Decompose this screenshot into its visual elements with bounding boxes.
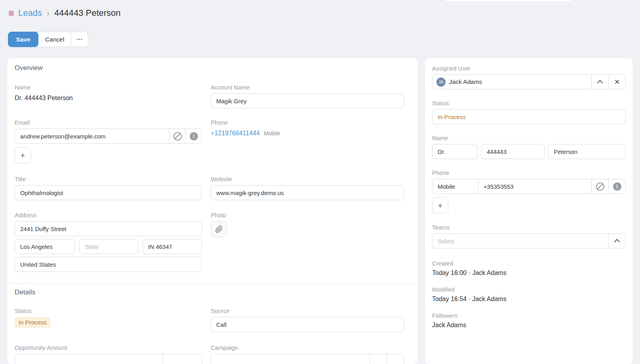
side-status-label: Status <box>432 100 626 106</box>
avatar: JA <box>436 78 446 87</box>
side-name-label: Name <box>432 135 626 141</box>
phone-opt-out-button[interactable] <box>591 179 608 193</box>
paperclip-icon <box>215 225 223 233</box>
followers-label: Followers <box>432 312 626 319</box>
assigned-user-name: Jack Adams <box>449 78 482 85</box>
exclamation-icon: ! <box>190 132 198 140</box>
cancel-button[interactable]: Cancel <box>38 32 71 47</box>
modified-value: Today 16:54 · Jack Adams <box>432 296 626 303</box>
breadcrumb: Leads › 444443 Peterson <box>0 0 640 18</box>
campaign-select-button[interactable] <box>370 354 387 364</box>
created-label: Created <box>432 260 626 267</box>
source-value: Call <box>216 321 227 328</box>
website-label: Website <box>211 176 404 182</box>
edit-toolbar: Save Cancel ••• <box>8 32 88 47</box>
first-name-input[interactable] <box>481 144 545 159</box>
add-phone-button[interactable]: + <box>432 197 448 214</box>
address-country-input[interactable] <box>15 257 202 272</box>
salutation-value: Dr. <box>438 148 445 155</box>
campaign-label: Campaign <box>211 344 404 351</box>
address-street-input[interactable] <box>15 221 202 236</box>
name-label: Name <box>15 84 202 91</box>
last-name-input[interactable] <box>548 144 626 159</box>
side-panel: Assigned User JA Jack Adams ✕ Status In … <box>425 58 633 364</box>
side-status-select[interactable]: In Process <box>432 109 626 124</box>
campaign-clear-button[interactable] <box>387 354 404 364</box>
ban-icon <box>596 182 604 191</box>
teams-label: Teams <box>432 224 626 231</box>
breadcrumb-leads-link[interactable]: Leads <box>18 8 42 18</box>
source-select[interactable]: Call <box>211 317 404 332</box>
record-edit-panel: Overview Name Dr. 444443 Peterson Accoun… <box>7 58 418 364</box>
assigned-user-label: Assigned User <box>432 65 626 72</box>
campaign-input[interactable] <box>211 354 370 364</box>
module-color-square-icon <box>9 11 14 16</box>
exclamation-icon: ! <box>613 182 621 191</box>
add-email-button[interactable]: + <box>15 147 31 163</box>
email-label: Email <box>15 119 202 126</box>
teams-select-button[interactable] <box>608 234 625 248</box>
phone-invalid-button[interactable]: ! <box>608 179 625 193</box>
email-field-group: ! <box>15 129 202 144</box>
teams-group <box>432 233 626 248</box>
phone-type-value: Mobile <box>438 183 455 190</box>
top-bar-remnant <box>446 0 571 2</box>
followers-value: Jack Adams <box>432 322 626 329</box>
account-name-label: Account Name <box>211 84 404 91</box>
ellipsis-icon: ••• <box>76 37 83 42</box>
status-badge: In Process <box>15 317 51 328</box>
title-label: Title <box>15 176 202 182</box>
plus-icon: + <box>438 201 442 210</box>
email-opt-out-button[interactable] <box>169 129 185 143</box>
close-icon: ✕ <box>614 79 620 85</box>
photo-label: Photo <box>211 212 404 218</box>
address-city-input[interactable] <box>15 239 75 254</box>
chevron-up-icon <box>614 239 620 245</box>
overview-section-title: Overview <box>15 58 404 72</box>
website-input[interactable] <box>211 185 404 200</box>
email-input[interactable] <box>15 129 169 143</box>
address-postal-input[interactable] <box>143 239 202 254</box>
modified-label: Modified <box>432 286 626 293</box>
phone-number-link[interactable]: +1219766411444 <box>211 130 260 136</box>
ban-icon <box>173 132 182 140</box>
account-name-input[interactable] <box>211 93 404 108</box>
source-label: Source <box>211 307 404 314</box>
more-actions-button[interactable]: ••• <box>71 32 88 47</box>
assigned-user-value[interactable]: JA Jack Adams <box>432 75 591 89</box>
side-status-value: In Process <box>438 114 466 120</box>
save-button[interactable]: Save <box>8 32 38 47</box>
opportunity-amount-group <box>15 354 202 364</box>
currency-segment[interactable] <box>163 354 202 364</box>
assigned-user-group: JA Jack Adams ✕ <box>432 74 626 89</box>
breadcrumb-separator: › <box>46 8 50 18</box>
title-input[interactable] <box>15 185 202 200</box>
created-value: Today 16:00 · Jack Adams <box>432 269 626 277</box>
name-value: Dr. 444443 Peterson <box>15 93 202 102</box>
phone-type-select[interactable]: Mobile <box>432 179 478 193</box>
campaign-group <box>211 354 404 364</box>
assigned-user-select-button[interactable] <box>591 75 608 89</box>
side-phone-label: Phone <box>432 169 626 176</box>
page-title: 444443 Peterson <box>54 8 121 18</box>
side-phone-input[interactable] <box>478 179 591 193</box>
opportunity-amount-input[interactable] <box>15 354 163 364</box>
side-phone-group: Mobile ! <box>432 179 626 194</box>
chevron-up-icon <box>597 80 603 85</box>
assigned-user-clear-button[interactable]: ✕ <box>608 75 625 89</box>
details-section-title: Details <box>15 284 404 296</box>
phone-type-text: Mobile <box>264 130 280 136</box>
email-invalid-button[interactable]: ! <box>185 129 202 143</box>
photo-upload-button[interactable] <box>211 221 227 237</box>
salutation-select[interactable]: Dr. <box>432 144 478 159</box>
opportunity-amount-label: Opportunity Amount <box>15 344 202 351</box>
address-label: Address <box>15 212 202 218</box>
address-state-input[interactable] <box>79 239 139 254</box>
plus-icon: + <box>20 151 25 159</box>
phone-label: Phone <box>211 119 404 126</box>
teams-input[interactable] <box>432 234 608 248</box>
status-label: Status <box>15 307 202 314</box>
